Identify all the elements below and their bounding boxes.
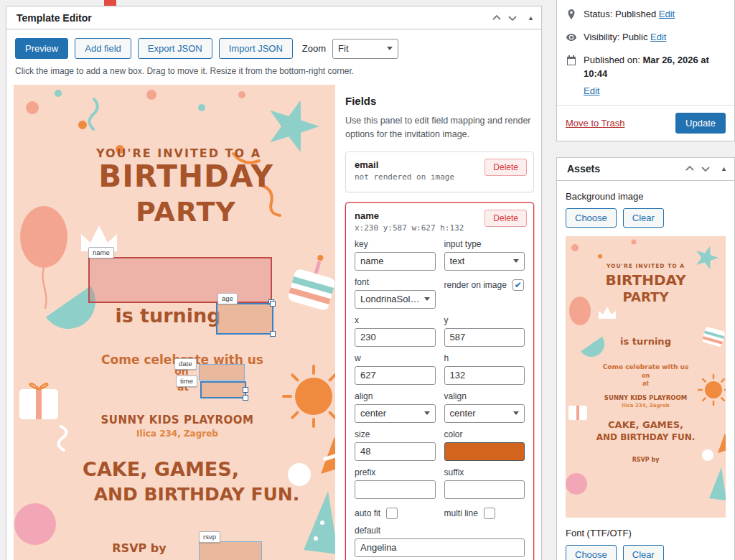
edit-visibility-link[interactable]: Edit xyxy=(650,32,666,42)
key-label: key xyxy=(355,239,436,249)
thumb-fun-line2: AND BIRTHDAY FUN. xyxy=(566,433,726,442)
invitation-title-line1: BIRTHDAY xyxy=(35,161,335,192)
assets-panel: Assets Background image Choose Clear xyxy=(556,157,735,560)
teal-squiggle xyxy=(90,99,98,129)
size-label: size xyxy=(355,429,436,439)
import-json-button[interactable]: Import JSON xyxy=(219,38,293,59)
x-input[interactable] xyxy=(355,328,436,347)
export-json-button[interactable]: Export JSON xyxy=(138,38,212,59)
w-input[interactable] xyxy=(355,366,436,385)
panel-collapse-up-icon[interactable] xyxy=(489,10,505,26)
field-box-rsvp[interactable] xyxy=(199,541,262,560)
key-input[interactable] xyxy=(355,252,436,271)
panel-collapse-up-icon[interactable] xyxy=(682,161,698,177)
prefix-input[interactable] xyxy=(355,480,436,499)
eye-icon xyxy=(566,32,577,43)
default-input[interactable] xyxy=(355,538,525,557)
field-card-email: email not rendered on image Delete xyxy=(345,151,534,192)
edit-published-link[interactable]: Edit xyxy=(584,85,599,96)
zoom-value: Fit xyxy=(338,43,348,54)
invitation-address-line: Ilica 234, Zagreb xyxy=(27,429,328,439)
panel-collapse-down-icon[interactable] xyxy=(505,10,520,26)
thumb-at-label: at xyxy=(566,381,726,388)
invitation-venue-line: SUNNY KIDS PLAYROOM xyxy=(27,415,328,426)
status-value: Published xyxy=(615,9,656,19)
field-tag-name[interactable]: name xyxy=(88,247,114,258)
resize-handle[interactable] xyxy=(270,301,276,307)
zoom-select[interactable]: Fit xyxy=(332,39,398,59)
edit-status-link[interactable]: Edit xyxy=(659,9,675,19)
publish-actions: Move to Trash Update xyxy=(557,105,734,141)
input-type-select[interactable]: text xyxy=(444,252,525,271)
move-to-trash-link[interactable]: Move to Trash xyxy=(566,118,624,129)
thumb-title-line2: PARTY xyxy=(566,290,726,304)
prefix-label: prefix xyxy=(355,467,436,477)
choose-font-button[interactable]: Choose xyxy=(566,545,617,560)
h-input[interactable] xyxy=(444,366,525,385)
chevron-down-icon xyxy=(513,259,519,263)
background-image-label: Background image xyxy=(566,191,726,202)
preview-button[interactable]: Preview xyxy=(15,38,68,59)
size-input[interactable] xyxy=(355,442,436,461)
add-field-button[interactable]: Add field xyxy=(75,38,131,59)
panel-collapse-down-icon[interactable] xyxy=(698,161,713,177)
delete-email-button[interactable]: Delete xyxy=(484,159,527,176)
align-select[interactable]: center xyxy=(355,404,436,423)
assets-body: Background image Choose Clear xyxy=(557,181,734,560)
invitation-fun-line1: CAKE, GAMES, xyxy=(14,459,308,480)
font-select[interactable]: LondrinaSolid-l xyxy=(355,290,436,309)
field-box-time[interactable] xyxy=(200,381,246,398)
input-type-value: text xyxy=(450,256,465,266)
invitation-title-line2: PARTY xyxy=(35,198,335,227)
thumb-rsvp-line: RSVP by xyxy=(566,457,726,464)
choose-background-button[interactable]: Choose xyxy=(566,208,617,228)
invitation-canvas[interactable]: YOU'RE INVITED TO A BIRTHDAY PARTY is tu… xyxy=(14,85,335,560)
template-editor-title: Template Editor xyxy=(17,12,489,24)
render-on-image-checkbox[interactable] xyxy=(512,279,524,291)
assets-header: Assets xyxy=(557,158,734,181)
font-label: Font (TTF/OTF) xyxy=(566,528,726,538)
delete-name-button[interactable]: Delete xyxy=(484,210,527,227)
y-input[interactable] xyxy=(444,328,525,347)
fields-description: Use this panel to edit field mapping and… xyxy=(345,114,534,141)
field-box-age[interactable] xyxy=(216,303,273,335)
published-row: Published on: Mar 26, 2026 at 10:44 xyxy=(557,49,734,85)
field-tag-date[interactable]: date xyxy=(174,358,197,370)
invitation-fun-line2: AND BIRTHDAY FUN. xyxy=(42,485,335,504)
valign-select[interactable]: center xyxy=(444,404,525,423)
color-swatch[interactable] xyxy=(444,442,525,461)
multi-line-checkbox[interactable] xyxy=(484,508,495,519)
field-box-name[interactable] xyxy=(88,257,272,303)
suffix-label: suffix xyxy=(444,467,525,477)
resize-handle[interactable] xyxy=(243,395,248,401)
template-editor-panel: Template Editor Preview Add field Export… xyxy=(6,6,542,560)
resize-handle[interactable] xyxy=(270,331,276,337)
field-tag-time[interactable]: time xyxy=(176,375,197,387)
clear-background-button[interactable]: Clear xyxy=(623,208,664,228)
clear-font-button[interactable]: Clear xyxy=(623,545,664,560)
invitation-rsvp-line: RSVP by xyxy=(57,543,222,555)
w-label: w xyxy=(355,353,436,363)
font-label: font xyxy=(355,277,436,287)
field-box-date[interactable] xyxy=(199,364,245,381)
chevron-down-icon xyxy=(513,411,519,415)
suffix-input[interactable] xyxy=(444,480,525,499)
resize-handle[interactable] xyxy=(243,387,248,393)
chevron-down-icon xyxy=(424,297,430,301)
update-button[interactable]: Update xyxy=(675,113,726,134)
editor-help-text: Click the image to add a new box. Drag t… xyxy=(6,65,541,82)
thumb-title-line1: BIRTHDAY xyxy=(566,272,726,288)
color-label: color xyxy=(444,429,525,439)
scroll-up-icon[interactable] xyxy=(721,165,727,172)
field-tag-rsvp[interactable]: rsvp xyxy=(199,531,220,543)
pin-icon xyxy=(566,9,577,20)
auto-fit-checkbox[interactable] xyxy=(386,508,398,519)
thumb-celebrate-line: Come celebrate with us xyxy=(566,364,726,371)
fields-title: Fields xyxy=(345,95,534,107)
y-label: y xyxy=(444,315,525,325)
background-image-thumbnail: YOU'RE INVITED TO A BIRTHDAY PARTY is tu… xyxy=(566,236,726,518)
template-editor-header: Template Editor xyxy=(6,6,541,29)
default-label: default xyxy=(355,526,525,536)
scroll-up-icon[interactable] xyxy=(528,14,534,22)
field-tag-age[interactable]: age xyxy=(217,293,238,304)
